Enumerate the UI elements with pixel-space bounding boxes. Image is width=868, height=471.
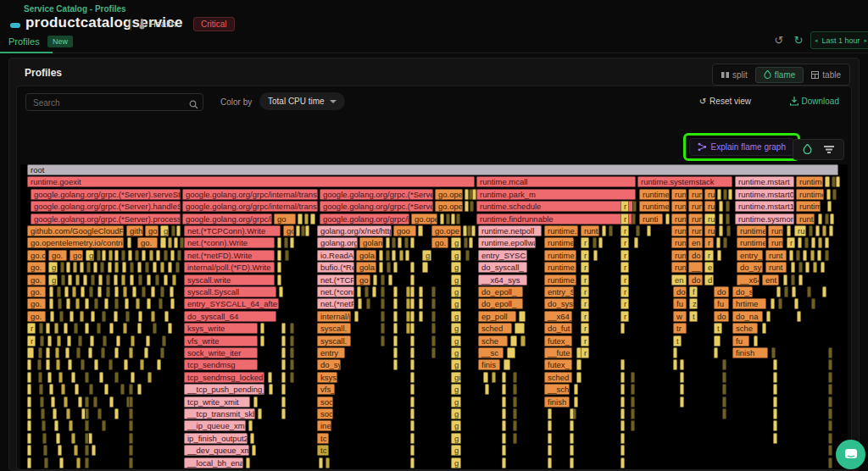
flame-cell[interactable]	[27, 457, 31, 468]
flame-cell[interactable]	[548, 445, 552, 456]
flame-cell[interactable]: io.ReadAtL	[317, 250, 354, 261]
flame-cell[interactable]: g	[451, 286, 461, 297]
flame-cell[interactable]: root	[27, 164, 838, 175]
flame-cell[interactable]	[502, 384, 506, 395]
flame-cell[interactable]: ru	[704, 201, 715, 212]
flame-cell[interactable]: runt	[765, 262, 787, 273]
flame-cell[interactable]	[78, 335, 82, 346]
flame-cell[interactable]: runtime.	[737, 237, 766, 248]
flame-cell[interactable]	[446, 213, 450, 224]
flame-cell[interactable]: r	[581, 237, 589, 248]
flame-cell[interactable]: do_sy	[732, 286, 753, 297]
flame-cell[interactable]	[431, 311, 436, 322]
flame-cell[interactable]	[42, 433, 47, 444]
flame-cell[interactable]	[114, 298, 119, 309]
flame-cell[interactable]	[410, 457, 415, 468]
flame-cell[interactable]	[66, 408, 70, 419]
flame-cell[interactable]	[47, 372, 52, 383]
flame-cell[interactable]	[27, 408, 31, 419]
flame-cell[interactable]: google.golang.org/grpc.(*Server).h	[320, 189, 433, 200]
flame-cell[interactable]	[620, 433, 625, 444]
flame-cell[interactable]	[372, 286, 376, 297]
flame-cell[interactable]	[170, 298, 175, 309]
flame-cell[interactable]	[50, 311, 54, 322]
flame-cell[interactable]: ksys_write	[184, 323, 258, 334]
flame-cell[interactable]	[27, 359, 31, 370]
flame-cell[interactable]: run	[671, 201, 687, 212]
flame-cell[interactable]: r	[620, 225, 629, 236]
flame-cell[interactable]	[128, 250, 132, 261]
flame-cell[interactable]	[620, 323, 625, 334]
flame-cell[interactable]	[103, 335, 107, 346]
flame-cell[interactable]	[39, 384, 43, 395]
flame-cell[interactable]	[784, 286, 788, 297]
flame-cell[interactable]	[680, 396, 684, 407]
flame-cell[interactable]: do	[714, 286, 729, 297]
flame-cell[interactable]	[64, 323, 68, 334]
flame-cell[interactable]: ksys	[317, 372, 337, 383]
flame-cell[interactable]	[42, 420, 46, 431]
flame-cell[interactable]	[381, 335, 385, 346]
flame-cell[interactable]	[49, 286, 53, 297]
flame-cell[interactable]	[252, 445, 256, 456]
download-button[interactable]: Download	[790, 97, 839, 106]
flame-cell[interactable]	[170, 250, 175, 261]
flame-cell[interactable]	[714, 335, 721, 346]
flame-cell[interactable]: go	[356, 274, 370, 285]
flame-cell[interactable]	[410, 274, 415, 285]
flame-cell[interactable]	[665, 213, 670, 224]
flame-cell[interactable]	[175, 262, 180, 273]
flame-cell[interactable]	[93, 396, 97, 407]
flame-cell[interactable]	[502, 457, 506, 468]
flame-cell[interactable]: tr	[673, 323, 687, 334]
flame-cell[interactable]	[93, 262, 97, 273]
flame-cell[interactable]: google.golang.org/grpc/intern	[182, 213, 272, 224]
flame-cell[interactable]	[281, 335, 286, 346]
flame-cell[interactable]: do_sysc	[544, 298, 574, 309]
flame-cell[interactable]	[726, 213, 730, 224]
flame-cell[interactable]	[102, 311, 106, 322]
flame-cell[interactable]	[58, 372, 63, 383]
flame-cell[interactable]: vfs_write	[184, 335, 258, 346]
flame-cell[interactable]	[515, 323, 525, 334]
flame-cell[interactable]	[101, 347, 105, 358]
flame-cell[interactable]	[680, 384, 684, 395]
flame-cell[interactable]	[373, 274, 377, 285]
flame-cell[interactable]	[570, 408, 574, 419]
flame-cell[interactable]	[817, 250, 821, 261]
flame-cell[interactable]	[422, 262, 428, 273]
flame-cell[interactable]	[815, 225, 820, 236]
flame-cell[interactable]	[129, 457, 133, 468]
flame-cell[interactable]: r	[581, 335, 589, 346]
flame-cell[interactable]: google.golang.org/grpc.(*Server).serveSt…	[31, 189, 181, 200]
flame-cell[interactable]	[290, 237, 294, 248]
flame-cell[interactable]	[513, 408, 517, 419]
flame-cell[interactable]: g	[160, 225, 169, 236]
flame-cell[interactable]	[762, 323, 766, 334]
flame-cell[interactable]	[305, 225, 309, 236]
flame-cell[interactable]	[410, 311, 415, 322]
flame-cell[interactable]: do_syscall_64	[184, 311, 276, 322]
flame-cell[interactable]	[789, 250, 793, 261]
view-mode-flame[interactable]: flame	[755, 67, 804, 83]
flame-cell[interactable]	[797, 311, 801, 322]
flame-cell[interactable]: __sch	[544, 384, 570, 395]
flame-cell[interactable]	[483, 372, 488, 383]
flame-cell[interactable]: go.	[137, 237, 158, 248]
tab-profiles[interactable]: Profiles	[8, 36, 40, 47]
flame-cell[interactable]: do_fut	[544, 323, 572, 334]
flame-cell[interactable]: runtime.findrunnable	[476, 213, 636, 224]
flame-cell[interactable]	[419, 298, 423, 309]
flame-cell[interactable]	[98, 274, 103, 285]
flame-cell[interactable]	[574, 396, 578, 407]
flame-cell[interactable]	[492, 372, 496, 383]
flame-cell[interactable]	[151, 311, 155, 322]
flame-cell[interactable]: google.golang.org/grpc.(*Server).handleS…	[31, 201, 181, 212]
flame-cell[interactable]: __	[688, 262, 703, 273]
flame-cell[interactable]	[818, 237, 822, 248]
flame-cell[interactable]: sche	[732, 323, 758, 334]
flame-cell[interactable]: internal/poll.(*FD).Write	[184, 262, 275, 273]
flame-cell[interactable]	[451, 213, 455, 224]
flame-cell[interactable]	[773, 408, 777, 419]
view-mode-table[interactable]: table	[804, 68, 849, 82]
